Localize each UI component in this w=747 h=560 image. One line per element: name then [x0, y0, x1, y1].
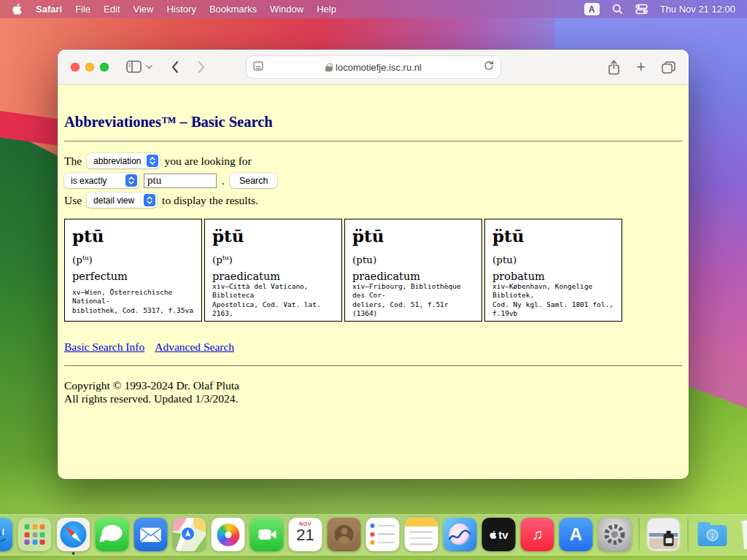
search-button[interactable]: Search	[230, 173, 278, 188]
dock-trash[interactable]	[735, 518, 747, 556]
new-tab-button[interactable]: +	[636, 59, 646, 75]
dock-music[interactable]: ♫	[521, 518, 554, 556]
sidebar-chevron-down-icon[interactable]	[146, 65, 152, 69]
address-bar[interactable]: locomotiefje.isc.ru.nl	[247, 56, 500, 78]
page-settings-icon[interactable]	[253, 61, 263, 74]
contacts-icon	[328, 518, 361, 551]
safari-window: locomotiefje.isc.ru.nl + Abbreviationes™…	[58, 50, 689, 479]
menu-help[interactable]: Help	[317, 4, 336, 15]
reload-icon[interactable]	[484, 61, 494, 74]
dock-freeform[interactable]	[444, 518, 477, 556]
back-button[interactable]	[171, 61, 179, 74]
menu-file[interactable]: File	[75, 4, 90, 15]
messages-icon	[96, 518, 129, 551]
ink-bottle-icon	[664, 534, 674, 546]
dock-mail[interactable]	[134, 518, 168, 556]
control-center-icon[interactable]	[635, 4, 648, 15]
dock-notes[interactable]	[405, 518, 438, 556]
close-window-button[interactable]	[71, 63, 80, 71]
view-select[interactable]: detail view	[87, 192, 157, 208]
dock-tv[interactable]: tv	[482, 518, 516, 556]
field-select[interactable]: abbreviation	[87, 153, 159, 168]
copyright-line: Copyright © 1993-2024 Dr. Olaf Pluta	[64, 379, 682, 392]
dock-appstore[interactable]: A	[560, 518, 593, 556]
dock-downloads[interactable]: ↓	[696, 518, 729, 556]
music-icon: ♫	[521, 518, 554, 551]
dock-minimized-window[interactable]	[647, 518, 681, 556]
basic-search-info-link[interactable]: Basic Search Info	[64, 341, 144, 353]
spotlight-search-icon[interactable]	[612, 4, 623, 15]
tv-label: tv	[498, 529, 508, 541]
dock-launchpad[interactable]	[18, 518, 52, 556]
dock-maps[interactable]	[173, 518, 206, 556]
menu-window[interactable]: Window	[270, 4, 303, 15]
advanced-search-link[interactable]: Advanced Search	[155, 341, 234, 353]
menu-clock[interactable]: Thu Nov 21 12:00	[660, 4, 735, 15]
manuscript-source: xiv—Città del Vaticano, Biblioteca Apost…	[212, 282, 334, 318]
period-text: .	[222, 174, 225, 187]
divider	[64, 141, 682, 141]
divider	[64, 365, 682, 366]
web-page: Abbreviationes™ – Basic Search The abbre…	[58, 114, 689, 405]
lock-icon	[325, 63, 332, 71]
manuscript-source: xiv—Fribourg, Bibliothèque des Cor- deli…	[352, 282, 474, 318]
results-row: ptū (pᵗᵘ) perfectum xv—Wien, Österreichi…	[64, 219, 682, 322]
search-form: The abbreviation you are looking for is …	[64, 153, 682, 208]
select-arrows-icon	[125, 174, 137, 187]
select-arrows-icon	[147, 155, 158, 167]
menu-edit[interactable]: Edit	[104, 4, 120, 15]
dock-settings[interactable]	[598, 518, 632, 556]
transcription: (pᵗᵘ)	[72, 254, 194, 265]
menu-view[interactable]: View	[133, 4, 154, 15]
form-line1-prefix: The	[64, 155, 82, 168]
reminders-icon	[366, 518, 400, 551]
dock-safari[interactable]	[57, 518, 90, 556]
input-source-badge[interactable]: A	[584, 3, 600, 15]
maps-icon	[173, 518, 206, 551]
form-line3-prefix: Use	[64, 194, 82, 207]
freeform-icon	[444, 518, 477, 551]
apple-menu-icon[interactable]	[12, 3, 23, 15]
zoom-window-button[interactable]	[100, 63, 109, 71]
share-icon[interactable]	[608, 60, 620, 75]
expansion: praedicatum	[352, 271, 474, 282]
appstore-icon: A	[560, 518, 593, 551]
dock: NOV 21	[0, 514, 747, 556]
form-line1-suffix: you are looking for	[165, 155, 252, 168]
menu-bookmarks[interactable]: Bookmarks	[209, 4, 257, 15]
dock-facetime[interactable]	[250, 518, 284, 556]
dock-calendar[interactable]: NOV 21	[289, 518, 322, 556]
tab-overview-icon[interactable]	[662, 61, 676, 74]
result-card: p̈tū (pᵗᵘ) praedicatum xiv—Città del Vat…	[204, 219, 342, 322]
match-select[interactable]: is exactly	[64, 173, 139, 188]
calendar-day: 21	[289, 526, 322, 543]
forward-button[interactable]	[198, 61, 206, 74]
finder-icon	[0, 518, 13, 551]
dock-messages[interactable]	[96, 518, 129, 556]
dock-photos[interactable]	[212, 518, 245, 556]
mail-icon	[134, 518, 168, 551]
dock-reminders[interactable]	[366, 518, 400, 556]
photos-icon	[212, 518, 245, 551]
minimized-window-thumbnail	[647, 518, 681, 551]
sidebar-toggle-icon[interactable]	[126, 61, 142, 73]
dock-finder[interactable]	[0, 518, 13, 556]
page-footer: Copyright © 1993-2024 Dr. Olaf Pluta All…	[64, 379, 682, 405]
transcription: (ptu)	[352, 254, 474, 265]
menu-history[interactable]: History	[166, 4, 196, 15]
launchpad-icon	[18, 518, 52, 551]
browser-toolbar: locomotiefje.isc.ru.nl +	[58, 50, 689, 85]
form-line3-suffix: to display the results.	[162, 194, 258, 207]
transcription: (pᵗᵘ)	[212, 254, 334, 265]
abbreviation-glyph: ptū	[72, 228, 194, 244]
dock-divider	[639, 518, 640, 551]
menu-app-name[interactable]: Safari	[36, 4, 62, 15]
dock-contacts[interactable]	[328, 518, 361, 556]
minimize-window-button[interactable]	[85, 63, 94, 71]
safari-icon	[57, 518, 90, 551]
menu-bar: Safari File Edit View History Bookmarks …	[0, 0, 747, 18]
calendar-icon: NOV 21	[289, 518, 322, 551]
address-text: locomotiefje.isc.ru.nl	[336, 62, 422, 73]
desktop: Safari File Edit View History Bookmarks …	[0, 0, 747, 560]
query-input[interactable]	[144, 174, 217, 188]
